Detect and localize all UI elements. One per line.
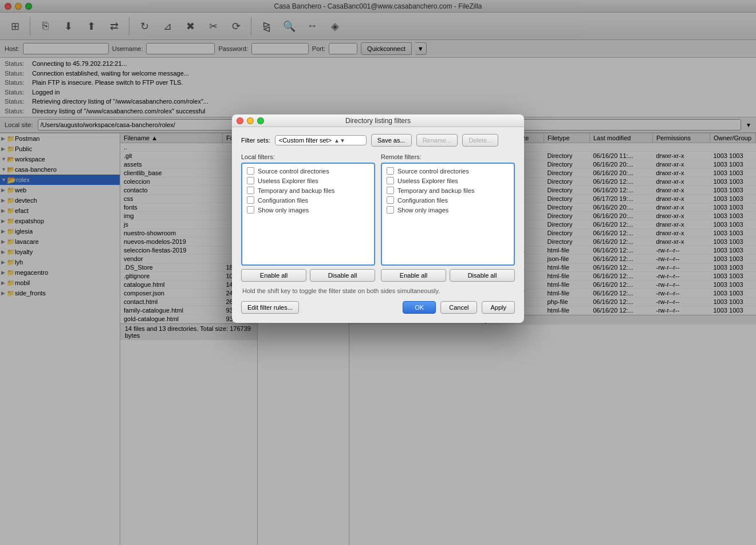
ok-button[interactable]: OK [403, 301, 436, 314]
edit-filter-rules-button[interactable]: Edit filter rules... [241, 301, 299, 314]
modal-overlay: Directory listing filters Filter sets: <… [0, 0, 756, 545]
filter-set-value: <Custom filter set> [279, 137, 332, 144]
local-enable-all-button[interactable]: Enable all [241, 269, 306, 282]
local-filter-label-1: Source control directories [258, 168, 329, 175]
delete-button[interactable]: Delete... [462, 134, 498, 147]
cancel-button[interactable]: Cancel [440, 301, 477, 314]
filter-set-row: Filter sets: <Custom filter set> ▲▼ Save… [241, 134, 515, 147]
dialog-maximize-button[interactable] [257, 117, 264, 124]
dialog-buttons [237, 117, 264, 124]
remote-filter-temp-backup[interactable]: Temporary and backup files [384, 185, 511, 195]
remote-filters-title: Remote filters: [381, 153, 515, 160]
shift-hint-text: Hold the shift key to toggle the filter … [241, 287, 515, 294]
dialog-titlebar: Directory listing filters [232, 114, 524, 127]
local-filters-panel: Local filters: Source control directorie… [241, 153, 375, 282]
remote-filter-label-5: Show only images [397, 207, 448, 214]
remote-filter-label-2: Useless Explorer files [397, 177, 458, 184]
filter-set-dropdown[interactable]: <Custom filter set> ▲▼ [275, 135, 367, 145]
remote-filter-checkbox-4[interactable] [387, 196, 394, 204]
remote-filter-label-4: Configuration files [397, 197, 448, 204]
local-filter-images[interactable]: Show only images [245, 205, 372, 215]
local-filter-label-2: Useless Explorer files [258, 177, 318, 184]
filters-panels: Local filters: Source control directorie… [241, 153, 515, 282]
save-as-button[interactable]: Save as... [371, 134, 412, 147]
remote-filter-buttons: Enable all Disable all [381, 269, 515, 282]
filter-dialog: Directory listing filters Filter sets: <… [232, 114, 524, 323]
remote-enable-all-button[interactable]: Enable all [381, 269, 446, 282]
dialog-close-button[interactable] [237, 117, 243, 124]
local-filter-buttons: Enable all Disable all [241, 269, 375, 282]
remote-filter-checkbox-1[interactable] [387, 167, 394, 175]
local-filter-source-control[interactable]: Source control directories [245, 166, 372, 176]
local-filter-checkbox-2[interactable] [247, 177, 254, 184]
remote-filter-images[interactable]: Show only images [384, 205, 511, 215]
local-filter-checkbox-1[interactable] [247, 167, 254, 175]
local-filter-checkbox-5[interactable] [247, 206, 254, 214]
dialog-title: Directory listing filters [345, 117, 411, 125]
remote-filters-list: Source control directories Useless Explo… [381, 163, 515, 266]
local-filter-label-5: Show only images [258, 207, 309, 214]
local-filters-list: Source control directories Useless Explo… [241, 163, 375, 266]
local-filter-checkbox-4[interactable] [247, 196, 254, 204]
local-filter-checkbox-3[interactable] [247, 187, 254, 194]
local-filter-useless-explorer[interactable]: Useless Explorer files [245, 176, 372, 185]
dropdown-arrow-icon: ▲▼ [334, 137, 345, 144]
apply-button[interactable]: Apply [482, 301, 515, 314]
local-filters-title: Local filters: [241, 153, 375, 160]
remote-disable-all-button[interactable]: Disable all [450, 269, 515, 282]
local-disable-all-button[interactable]: Disable all [310, 269, 375, 282]
remote-filters-panel: Remote filters: Source control directori… [381, 153, 515, 282]
local-filter-config[interactable]: Configuration files [245, 195, 372, 205]
remote-filter-checkbox-3[interactable] [387, 187, 394, 194]
remote-filter-useless-explorer[interactable]: Useless Explorer files [384, 176, 511, 185]
local-filter-label-3: Temporary and backup files [258, 187, 335, 194]
filter-sets-label: Filter sets: [241, 137, 270, 144]
remote-filter-config[interactable]: Configuration files [384, 195, 511, 205]
dialog-minimize-button[interactable] [247, 117, 254, 124]
remote-filter-checkbox-2[interactable] [387, 177, 394, 184]
local-filter-label-4: Configuration files [258, 197, 308, 204]
remote-filter-label-1: Source control directories [397, 168, 469, 175]
dialog-body: Filter sets: <Custom filter set> ▲▼ Save… [232, 127, 524, 323]
rename-button[interactable]: Rename... [416, 134, 458, 147]
remote-filter-label-3: Temporary and backup files [397, 187, 475, 194]
dialog-footer: Edit filter rules... OK Cancel Apply [241, 301, 515, 316]
remote-filter-checkbox-5[interactable] [387, 206, 394, 214]
remote-filter-source-control[interactable]: Source control directories [384, 166, 511, 176]
local-filter-temp-backup[interactable]: Temporary and backup files [245, 185, 372, 195]
